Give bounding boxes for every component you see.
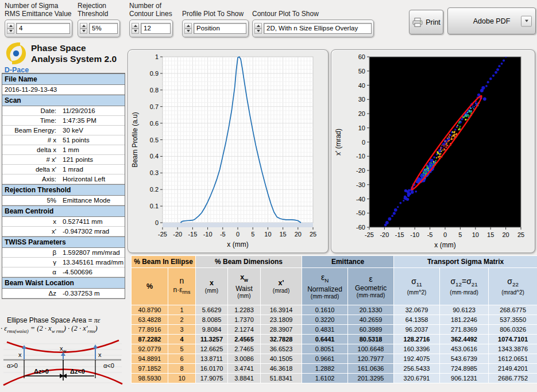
info-row: Time:1:47:35 PM bbox=[2, 116, 125, 126]
print-button-label: Print bbox=[426, 18, 441, 26]
table-cell: 1343.3876 bbox=[489, 344, 537, 354]
adobe-pdf-dropdown[interactable] bbox=[521, 15, 532, 26]
svg-text:15: 15 bbox=[279, 231, 286, 238]
spin-down-icon[interactable] bbox=[184, 29, 192, 34]
info-label: # x' bbox=[2, 155, 60, 164]
table-cell: 23.1809 bbox=[261, 315, 302, 325]
table-cell: 256.5433 bbox=[394, 364, 440, 374]
spin-up-icon[interactable] bbox=[80, 23, 87, 29]
table-cell: 40.1505 bbox=[261, 354, 302, 364]
rms-waist-formula: · εrms(waist) = (2 · xw rms) · (2 · x'rm… bbox=[1, 324, 98, 334]
table-cell: 6 bbox=[168, 354, 196, 364]
table-cell: 543.6739 bbox=[440, 354, 489, 364]
table-cell: 1 bbox=[168, 305, 196, 315]
spin-up-icon[interactable] bbox=[7, 23, 14, 29]
spinner-arrows[interactable] bbox=[7, 23, 14, 34]
table-row: 98.59301017.90753.884151.83411.6102201.3… bbox=[132, 374, 537, 383]
svg-text:x (mm): x (mm) bbox=[434, 241, 455, 249]
svg-text:15: 15 bbox=[487, 231, 494, 238]
column-header: εNNormalized(mm·mrad) bbox=[302, 268, 348, 305]
info-label: Time: bbox=[2, 116, 60, 125]
svg-text:0.4: 0.4 bbox=[150, 153, 159, 160]
column-header: nn·εrms bbox=[168, 268, 196, 305]
table-cell: 3.0086 bbox=[228, 354, 261, 364]
rejection-label: RejectionThreshold bbox=[78, 2, 120, 18]
alpha-negative-label: α<0 bbox=[103, 362, 114, 369]
svg-text:0.5: 0.5 bbox=[150, 137, 159, 143]
spin-down-icon[interactable] bbox=[80, 29, 87, 34]
group-header: % Beam In Ellipse bbox=[132, 256, 196, 268]
spin-down-icon[interactable] bbox=[132, 29, 139, 34]
table-cell: 8 bbox=[168, 364, 196, 374]
spin-up-icon[interactable] bbox=[132, 23, 139, 29]
spin-up-icon[interactable] bbox=[184, 23, 192, 29]
profile-plot-value[interactable]: Position bbox=[194, 23, 246, 34]
svg-text:20: 20 bbox=[295, 231, 302, 238]
rejection-spinner[interactable]: 5% bbox=[78, 20, 120, 37]
contour-plot-value[interactable]: 2D, With n Size Ellipse Overlay bbox=[264, 23, 372, 34]
info-label: β bbox=[2, 248, 60, 257]
table-cell: 98.5930 bbox=[132, 374, 168, 383]
svg-text:0.9: 0.9 bbox=[150, 70, 159, 77]
svg-text:-20: -20 bbox=[173, 231, 182, 238]
spinner-arrows[interactable] bbox=[132, 23, 139, 34]
table-cell: 100.6648 bbox=[348, 344, 394, 354]
table-cell: 1.6102 bbox=[302, 374, 348, 383]
column-header: σ22(mrad^2) bbox=[489, 268, 537, 305]
info-label: Axis: bbox=[2, 174, 60, 184]
spinner-arrows[interactable] bbox=[184, 23, 192, 34]
svg-text:0: 0 bbox=[362, 139, 365, 146]
info-row: 5%Emittance Mode bbox=[2, 196, 125, 205]
table-cell: 40.2659 bbox=[348, 315, 394, 325]
adobe-pdf-button[interactable]: Adobe PDF bbox=[447, 7, 536, 34]
beam-profile-plot: 00.10.20.30.40.50.60.70.80.91-25-20-15-1… bbox=[128, 50, 327, 251]
table-cell: 1.7370 bbox=[228, 315, 261, 325]
contour-plot-control: Contour Plot To Show 2D, With n Size Ell… bbox=[252, 2, 374, 37]
spinner-arrows[interactable] bbox=[80, 23, 87, 34]
phase-space-analysis-window: Number of SigmaRMS Emittance Value 4 Rej… bbox=[0, 0, 537, 392]
info-panel: File Name2016-11-29-13-43ScanDate:11/29/… bbox=[2, 73, 125, 299]
info-value: 1.592807 mm/mrad bbox=[60, 248, 125, 257]
info-value: 1:47:35 PM bbox=[60, 116, 125, 125]
table-cell: 0.4831 bbox=[302, 325, 348, 335]
info-row: # x'121 points bbox=[2, 155, 125, 165]
svg-text:10: 10 bbox=[358, 125, 365, 131]
table-cell: 1.2882 bbox=[302, 364, 348, 374]
svg-text:0.3: 0.3 bbox=[150, 169, 159, 176]
svg-text:50: 50 bbox=[358, 68, 365, 75]
table-cell: 161.0636 bbox=[348, 364, 394, 374]
contour-lines-spinner[interactable]: 12 bbox=[129, 20, 173, 37]
table-cell: 3.4741 bbox=[228, 364, 261, 374]
table-row: 92.0779512.66252.746536.65230.8051100.66… bbox=[132, 344, 537, 354]
spinner-arrows[interactable] bbox=[254, 23, 262, 34]
table-cell: 2149.4201 bbox=[489, 364, 537, 374]
table-cell: 87.2282 bbox=[132, 335, 168, 344]
table-cell: 5 bbox=[168, 344, 196, 354]
table-cell: 320.6791 bbox=[394, 374, 440, 383]
table-cell: 120.7977 bbox=[348, 354, 394, 364]
info-value: Horizontal Left bbox=[60, 174, 125, 184]
section-header: TWISS Parameters bbox=[2, 236, 125, 248]
info-row: Δz-0.337253 m bbox=[2, 289, 125, 298]
print-button[interactable]: Print bbox=[409, 10, 443, 34]
spin-down-icon[interactable] bbox=[254, 29, 262, 34]
sigma-spinner[interactable]: 4 bbox=[5, 20, 72, 37]
spin-down-icon[interactable] bbox=[7, 29, 14, 34]
table-cell: 63.4828 bbox=[132, 315, 168, 325]
sigma-value[interactable]: 4 bbox=[16, 23, 70, 34]
info-value: 11/29/2016 bbox=[60, 106, 125, 115]
table-row: 87.2282411.32572.456532.78280.644180.531… bbox=[132, 335, 537, 344]
table-cell: 128.2716 bbox=[394, 335, 440, 344]
table-cell: 90.6123 bbox=[440, 305, 489, 315]
svg-text:0.7: 0.7 bbox=[150, 103, 159, 110]
rejection-value[interactable]: 5% bbox=[89, 23, 118, 34]
file-name-value: 2016-11-29-13-43 bbox=[2, 85, 125, 95]
svg-text:10: 10 bbox=[472, 231, 479, 238]
spin-up-icon[interactable] bbox=[254, 23, 262, 29]
contour-plot-spinner[interactable]: 2D, With n Size Ellipse Overlay bbox=[252, 20, 374, 37]
column-header: σ11(mm^2) bbox=[394, 268, 440, 305]
profile-plot-spinner[interactable]: Position bbox=[182, 20, 249, 37]
table-cell: 92.0779 bbox=[132, 344, 168, 354]
printer-icon bbox=[412, 17, 423, 28]
contour-lines-value[interactable]: 12 bbox=[141, 23, 171, 34]
